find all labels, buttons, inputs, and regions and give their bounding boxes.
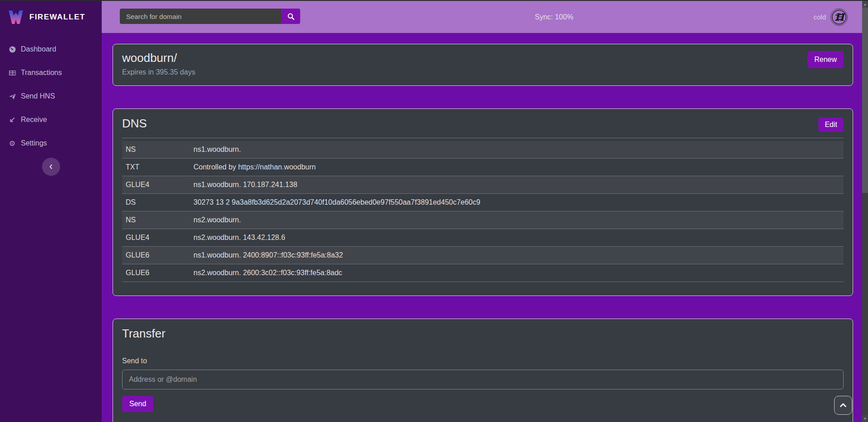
dns-card: DNS Edit NS ns1.woodburn. TXT Controlled… bbox=[113, 108, 853, 296]
dns-record-row: TXT Controlled by https://nathan.woodbur… bbox=[122, 159, 844, 176]
dns-record-value: ns2.woodburn. 2600:3c02::f03c:93ff:fe5a:… bbox=[190, 264, 844, 282]
dns-record-value: ns1.woodburn. 170.187.241.138 bbox=[190, 176, 844, 194]
scroll-to-top-button[interactable] bbox=[834, 396, 852, 415]
dns-record-type: GLUE6 bbox=[122, 264, 190, 282]
dns-records-table: NS ns1.woodburn. TXT Controlled by https… bbox=[122, 141, 844, 282]
dns-record-row: NS ns2.woodburn. bbox=[122, 211, 844, 229]
send-to-label: Send to bbox=[122, 357, 844, 365]
main-content: woodburn/ Expires in 395.35 days Renew D… bbox=[102, 33, 862, 422]
page-scrollbar[interactable]: ▲ ▼ bbox=[862, 1, 868, 422]
domain-title: woodburn/ bbox=[122, 51, 844, 65]
app-title: FIREWALLET bbox=[29, 13, 85, 22]
sidebar-item-label: Transactions bbox=[21, 69, 62, 77]
sidebar-item-label: Dashboard bbox=[21, 45, 56, 53]
renew-button[interactable]: Renew bbox=[807, 51, 844, 68]
sidebar-nav: Dashboard Transactions Send HNS Receive … bbox=[0, 33, 102, 155]
transfer-title: Transfer bbox=[122, 327, 844, 341]
wallet-name: cold bbox=[813, 13, 826, 21]
sidebar: FIREWALLET Dashboard Transactions Send H… bbox=[0, 1, 102, 422]
sidebar-item-label: Settings bbox=[21, 139, 47, 147]
dns-record-type: GLUE4 bbox=[122, 229, 190, 247]
sidebar-item-receive[interactable]: Receive bbox=[0, 108, 102, 131]
transfer-card: Transfer Send to Send bbox=[113, 319, 853, 422]
wallet-avatar-button[interactable]: H bbox=[830, 9, 848, 26]
dns-record-row: GLUE6 ns1.woodburn. 2400:8907::f03c:93ff… bbox=[122, 247, 844, 264]
dns-record-type: DS bbox=[122, 194, 190, 211]
gear-icon: ⚙ bbox=[8, 139, 16, 147]
handshake-logo-icon: H bbox=[831, 9, 847, 25]
sidebar-item-label: Send HNS bbox=[21, 92, 55, 100]
dns-record-row: GLUE4 ns1.woodburn. 170.187.241.138 bbox=[122, 176, 844, 194]
scrollbar-down-arrow-icon[interactable]: ▼ bbox=[862, 415, 868, 422]
firewallet-logo-icon bbox=[7, 10, 24, 24]
dns-record-type: NS bbox=[122, 211, 190, 229]
chevron-up-icon bbox=[840, 403, 847, 408]
send-transfer-button[interactable]: Send bbox=[122, 396, 153, 412]
domain-header-card: woodburn/ Expires in 395.35 days Renew bbox=[113, 44, 853, 86]
dns-record-value: ns2.woodburn. bbox=[190, 211, 844, 229]
svg-text:H: H bbox=[835, 11, 846, 23]
sync-status: Sync: 100% bbox=[535, 13, 573, 21]
dns-record-row: GLUE6 ns2.woodburn. 2600:3c02::f03c:93ff… bbox=[122, 264, 844, 282]
dns-record-type: TXT bbox=[122, 159, 190, 176]
app-brand: FIREWALLET bbox=[0, 1, 102, 33]
window-top-edge bbox=[0, 0, 868, 1]
sidebar-item-label: Receive bbox=[21, 116, 47, 124]
scrollbar-up-arrow-icon[interactable]: ▲ bbox=[862, 1, 868, 8]
gauge-icon bbox=[8, 45, 16, 53]
dns-record-value: 30273 13 2 9a3a8fb3d625d2a2073d740f10da6… bbox=[190, 194, 844, 211]
dns-record-row: NS ns1.woodburn. bbox=[122, 141, 844, 159]
search-input[interactable] bbox=[120, 9, 281, 24]
transfer-address-input[interactable] bbox=[122, 370, 844, 389]
dns-record-type: GLUE4 bbox=[122, 176, 190, 194]
dns-card-header: DNS Edit bbox=[122, 109, 844, 138]
dns-record-type: GLUE6 bbox=[122, 247, 190, 264]
topbar: Sync: 100% cold H bbox=[102, 1, 862, 33]
sidebar-collapse-button[interactable] bbox=[42, 158, 60, 176]
dns-record-value: Controlled by https://nathan.woodburn bbox=[190, 159, 844, 176]
dns-record-value: ns1.woodburn. 2400:8907::f03c:93ff:fe5a:… bbox=[190, 247, 844, 264]
sidebar-item-dashboard[interactable]: Dashboard bbox=[0, 38, 102, 61]
dns-title: DNS bbox=[122, 117, 147, 131]
sidebar-item-settings[interactable]: ⚙ Settings bbox=[0, 131, 102, 155]
dns-record-value: ns2.woodburn. 143.42.128.6 bbox=[190, 229, 844, 247]
paper-plane-icon bbox=[8, 92, 16, 100]
account-area: cold H bbox=[813, 9, 848, 26]
chevron-left-icon bbox=[48, 164, 54, 170]
arrow-down-left-icon bbox=[8, 116, 16, 124]
dns-record-type: NS bbox=[122, 141, 190, 159]
dns-records-body: NS ns1.woodburn. TXT Controlled by https… bbox=[122, 141, 844, 282]
sidebar-item-transactions[interactable]: Transactions bbox=[0, 61, 102, 84]
edit-dns-button[interactable]: Edit bbox=[818, 117, 844, 132]
search-icon bbox=[287, 13, 295, 20]
search-button[interactable] bbox=[281, 9, 300, 24]
dns-record-row: GLUE4 ns2.woodburn. 143.42.128.6 bbox=[122, 229, 844, 247]
scrollbar-thumb[interactable] bbox=[862, 8, 868, 193]
domain-expiry: Expires in 395.35 days bbox=[122, 68, 844, 76]
dns-record-row: DS 30273 13 2 9a3a8fb3d625d2a2073d740f10… bbox=[122, 194, 844, 211]
domain-search bbox=[120, 9, 300, 24]
table-icon bbox=[8, 69, 16, 77]
sidebar-item-send-hns[interactable]: Send HNS bbox=[0, 84, 102, 108]
dns-record-value: ns1.woodburn. bbox=[190, 141, 844, 159]
